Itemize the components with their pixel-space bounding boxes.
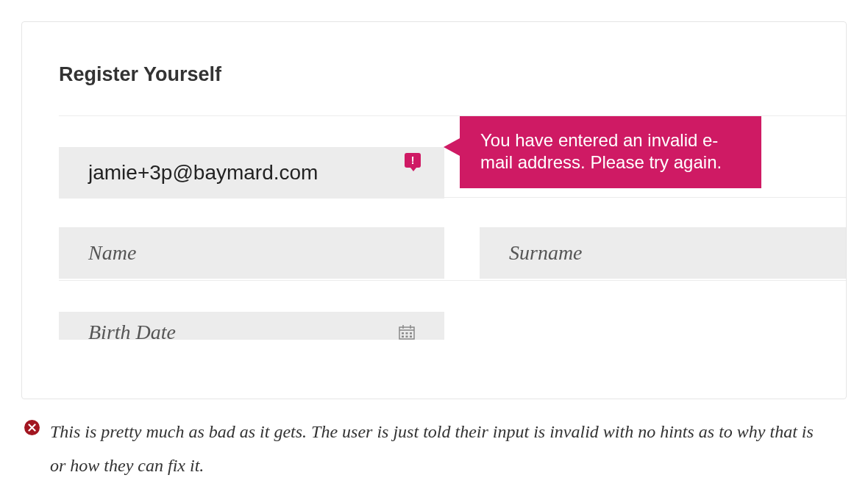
caption-row: This is pretty much as bad as it gets. T… (21, 415, 847, 482)
form-title: Register Yourself (59, 63, 846, 86)
surname-field[interactable]: Surname (480, 227, 847, 279)
svg-rect-8 (406, 336, 408, 338)
email-row: jamie+3p@baymard.com ! You have entered … (59, 116, 846, 197)
birth-date-field[interactable]: Birth Date (59, 312, 444, 340)
svg-rect-9 (410, 336, 412, 338)
error-badge-icon: ! (405, 153, 421, 169)
calendar-icon (399, 325, 415, 340)
svg-rect-7 (402, 336, 404, 338)
svg-rect-5 (406, 332, 408, 335)
error-message: You have entered an invalid e-mail addre… (480, 130, 722, 172)
svg-rect-4 (402, 332, 404, 335)
name-field[interactable]: Name (59, 227, 444, 279)
birth-row: Birth Date (59, 281, 846, 318)
error-x-icon (24, 420, 40, 435)
birth-placeholder: Birth Date (88, 321, 176, 344)
svg-rect-6 (410, 332, 412, 335)
name-row: Name Surname (59, 198, 846, 280)
email-value: jamie+3p@baymard.com (88, 161, 318, 185)
form-screenshot: Register Yourself jamie+3p@baymard.com !… (21, 21, 847, 399)
email-field[interactable]: jamie+3p@baymard.com ! (59, 147, 444, 199)
error-tooltip: You have entered an invalid e-mail addre… (460, 116, 761, 188)
name-placeholder: Name (88, 241, 136, 265)
surname-placeholder: Surname (509, 241, 583, 265)
caption-text: This is pretty much as bad as it gets. T… (50, 415, 815, 482)
